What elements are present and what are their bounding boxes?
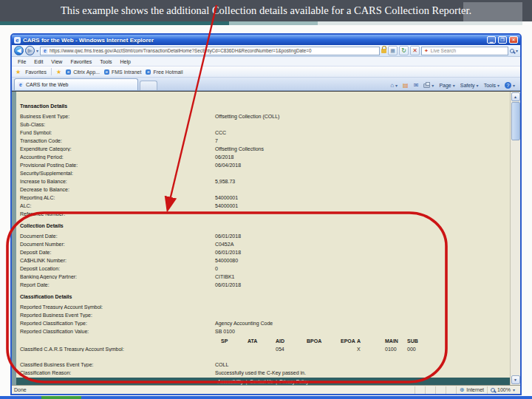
help-menu[interactable]: ?▾	[505, 82, 515, 89]
search-dropdown-icon[interactable]: ▾	[516, 48, 518, 53]
close-button[interactable]: ✕	[509, 36, 518, 44]
zoom-control[interactable]: 100% ▾	[487, 386, 518, 394]
detail-row: Reported Business Event Type:	[20, 311, 504, 319]
feeds-icon[interactable]: ▤	[403, 82, 409, 89]
tas-value-cell	[341, 347, 357, 352]
tas-header-cell: BPOA	[307, 338, 341, 344]
field-label: Provisional Posting Date:	[20, 163, 215, 168]
scroll-down-icon[interactable]: ▼	[511, 375, 520, 384]
menu-item[interactable]: Tools	[100, 59, 112, 64]
favorite-link[interactable]: Citrix App...	[66, 69, 100, 75]
detail-row: Classified Business Event Type: COLL	[20, 361, 504, 369]
favorite-link[interactable]: FMS Intranet	[104, 69, 141, 75]
slide-title: This example shows the additional Collec…	[0, 0, 532, 21]
field-value: CCC	[215, 130, 504, 135]
slide: This example shows the additional Collec…	[0, 0, 532, 399]
detail-row: Reported Classification Value: SB 0100	[20, 327, 504, 335]
favorite-label: FMS Intranet	[112, 69, 141, 75]
field-value: 06/01/2018	[215, 250, 504, 255]
home-icon: ⌂	[390, 82, 394, 89]
status-bar: Done ⊕ Internet 100% ▾	[12, 385, 520, 394]
field-label: Deposit Date:	[20, 250, 215, 255]
footer-link[interactable]: Accessibility	[218, 379, 243, 384]
field-label: Classified C.A.R.S Treasury Account Symb…	[20, 347, 215, 352]
back-button[interactable]: ◀	[14, 46, 24, 55]
field-label: ALC:	[20, 203, 215, 208]
add-favorite-icon[interactable]: ★	[56, 69, 61, 75]
search-placeholder: Live Search	[431, 48, 456, 53]
window-titlebar: e CARS for the Web - Windows Internet Ex…	[12, 35, 520, 45]
tab-favicon: e	[18, 82, 24, 88]
field-label: Deposit Location:	[20, 266, 215, 271]
field-label: Decrease to Balance:	[20, 187, 215, 192]
detail-row: Deposit Date: 06/01/2018	[20, 248, 504, 256]
tab-title: CARS for the Web	[26, 82, 68, 87]
detail-row: Security/Supplemental:	[20, 169, 504, 177]
detail-row: Deposit Location: 0	[20, 265, 504, 273]
field-label: Reported Treasury Account Symbol:	[20, 304, 215, 310]
detail-row: Document Number: C0452A	[20, 240, 504, 248]
menu-item[interactable]: File	[18, 59, 26, 64]
safety-menu[interactable]: Safety▾	[460, 83, 479, 88]
field-label: Classified Business Event Type:	[20, 362, 215, 367]
history-dropdown-icon[interactable]: ▾	[36, 48, 38, 53]
tab-cars-for-the-web[interactable]: e CARS for the Web	[14, 78, 138, 90]
footer-link[interactable]: Privacy Policy	[276, 379, 308, 384]
tas-value-cell	[221, 347, 248, 352]
field-label: Report Date:	[20, 282, 215, 287]
tas-value-cell: 0100	[385, 347, 407, 352]
vertical-scrollbar[interactable]: ▲ ▼	[510, 92, 520, 385]
browser-window: e CARS for the Web - Windows Internet Ex…	[10, 33, 522, 395]
field-label: Classification Reason:	[20, 370, 215, 375]
field-label: Reported Classification Value:	[20, 329, 215, 334]
scroll-up-icon[interactable]: ▲	[511, 92, 520, 101]
field-value: Agency Accounting Code	[215, 321, 504, 326]
footer-link[interactable]: Contact Us	[246, 379, 273, 384]
mail-icon[interactable]: ✉	[414, 82, 419, 89]
compatibility-view-button[interactable]: ▦	[388, 46, 398, 55]
home-button[interactable]: ⌂▾	[390, 82, 398, 89]
url-field[interactable]: e https://www.qwc.fms.treas.gov/AcctStmt…	[40, 47, 380, 55]
detail-row: ALC: 54000001	[20, 202, 504, 210]
field-value: Successfully used the C-Key passed in.	[215, 370, 504, 375]
refresh-button[interactable]: ↻	[399, 46, 409, 55]
print-button[interactable]: ▾	[423, 83, 434, 88]
menu-item[interactable]: Favorites	[70, 59, 92, 64]
field-value: 06/04/2018	[215, 163, 504, 168]
transaction-details-section: Transaction Details Business Event Type:…	[20, 103, 504, 218]
tas-headers: SPATAAIDBPOAEPOAAMAINSUB	[215, 338, 418, 344]
search-icon[interactable]	[510, 49, 514, 53]
detail-row: Decrease to Balance:	[20, 185, 504, 194]
page-favicon: e	[42, 48, 48, 54]
field-label: Reported Business Event Type:	[20, 313, 215, 318]
taskbar-green-segment	[41, 396, 81, 399]
menu-item[interactable]: Edit	[34, 59, 43, 64]
favorite-link[interactable]: Free Hotmail	[146, 69, 183, 75]
forward-button[interactable]: ▶	[25, 46, 35, 55]
favorites-star-icon[interactable]: ★	[16, 69, 21, 75]
favorites-label[interactable]: Favorites	[25, 69, 47, 75]
scrollbar-thumb[interactable]	[511, 102, 520, 140]
menu-item[interactable]: View	[51, 59, 62, 64]
classified-tas-row: Classified C.A.R.S Treasury Account Symb…	[20, 345, 504, 353]
detail-row: Document Date: 06/01/2018	[20, 232, 504, 240]
favorite-label: Free Hotmail	[153, 69, 183, 75]
restore-button[interactable]: ❐	[498, 36, 507, 44]
page-menu[interactable]: Page▾	[439, 83, 454, 88]
live-search-icon: ✦	[424, 48, 429, 54]
tas-value-cell: 054	[276, 347, 307, 352]
detail-row: Reference Number:	[20, 210, 504, 218]
tas-header-cell: SP	[221, 338, 248, 344]
new-tab-stub[interactable]	[140, 81, 157, 90]
minimize-button[interactable]: ▁	[487, 36, 496, 44]
tools-menu[interactable]: Tools▾	[484, 83, 499, 88]
field-value: 06/01/2018	[215, 233, 504, 239]
field-value: 54000080	[215, 258, 504, 263]
favorite-icon	[66, 69, 71, 75]
menu-item[interactable]: Help	[120, 59, 131, 64]
field-value: COLL	[215, 362, 504, 367]
transaction-detail-page: Transaction Details Business Event Type:…	[16, 92, 510, 385]
stop-button[interactable]: ✕	[410, 46, 420, 55]
field-label: Sub-Class:	[20, 122, 215, 127]
search-input[interactable]: ✦ Live Search	[421, 47, 508, 55]
